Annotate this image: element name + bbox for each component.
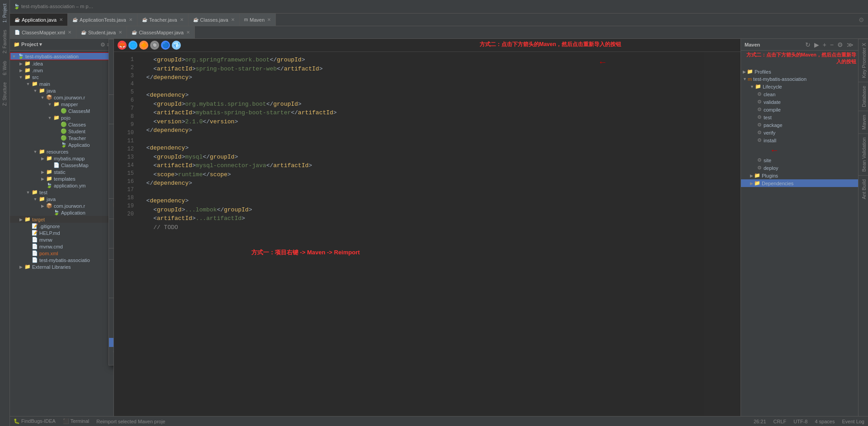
- maven-dependencies[interactable]: ▶ 📁 Dependencies: [741, 179, 858, 187]
- maven-minus-btn[interactable]: −: [829, 41, 835, 48]
- menu-debug-tests[interactable]: 🐛 Debug 'All Tests': [109, 170, 114, 179]
- tree-item-pojo[interactable]: ▼ 📁 pojo: [10, 114, 113, 121]
- tree-item-pomxml[interactable]: 📄 pom.xml: [10, 250, 113, 257]
- tree-item-test-package[interactable]: ▶ 📦 com.jourwon.r: [10, 202, 113, 209]
- maven-link-btn[interactable]: ⚙: [836, 41, 844, 48]
- menu-show-explorer[interactable]: 📂 Show in Explorer: [109, 200, 114, 209]
- tree-item-templates[interactable]: ▶ 📁 templates: [10, 175, 113, 182]
- menu-show-thumbnails[interactable]: Show Image Thumbnails Ctrl+Shift+T: [109, 84, 114, 94]
- menu-analyze[interactable]: Analyze ▶: [109, 48, 114, 57]
- menu-convert-kotlin[interactable]: Convert Java File to Kotlin File Ctrl+Al…: [109, 356, 114, 365]
- side-tab-database[interactable]: Database: [859, 82, 868, 111]
- maven-install[interactable]: ⚙ install: [741, 136, 858, 144]
- tree-item-mvnwcmd[interactable]: 📄 mvnw.cmd: [10, 243, 113, 250]
- terminal-tab[interactable]: ⬛ Terminal: [63, 418, 89, 424]
- tree-item-target[interactable]: ▶ 📁 target: [10, 216, 113, 223]
- menu-run-tests[interactable]: ▶ Run 'All Tests' Ctrl+Shift+F10: [109, 161, 114, 170]
- side-tab-maven[interactable]: Maven: [859, 111, 868, 133]
- chrome-icon[interactable]: 🌐: [128, 41, 137, 50]
- tree-item-resources[interactable]: ▼ 📁 resources: [10, 148, 113, 155]
- tab-settings-icon[interactable]: ⚙: [859, 16, 864, 23]
- tree-item-classesmap[interactable]: 📄 ClassesMap: [10, 162, 113, 169]
- browser6-icon[interactable]: 💎: [172, 41, 181, 50]
- tree-item-static[interactable]: ▶ 📁 static: [10, 169, 113, 175]
- menu-hide-ignored[interactable]: ✱ Hide ignored files: [109, 329, 114, 338]
- tree-item-idea[interactable]: ▶ 📁 .idea: [10, 60, 113, 67]
- encoding[interactable]: UTF-8: [793, 419, 807, 424]
- menu-reformat[interactable]: Reformat Code Ctrl+Alt+L: [109, 96, 114, 105]
- tree-item-package[interactable]: ▼ 📦 com.jourwon.r: [10, 94, 113, 101]
- menu-debug-maven[interactable]: 🐛 Debug Maven ▶: [109, 134, 114, 143]
- menu-module-settings[interactable]: Open Module Settings F4: [109, 270, 114, 279]
- web-icon[interactable]: 6: Web: [1, 59, 8, 77]
- favorites-icon[interactable]: 2: Favorites: [1, 28, 8, 55]
- tab-close-btn6[interactable]: ✕: [68, 30, 71, 35]
- findbugs-idea-tab[interactable]: 🐛 FindBugs-IDEA: [14, 418, 56, 424]
- tab-close-btn5[interactable]: ✕: [267, 17, 271, 22]
- tab-close-btn[interactable]: ✕: [59, 17, 63, 22]
- editor-code[interactable]: 12345 678910 1112131415 1617181920 <grou…: [114, 52, 704, 416]
- tree-item-test[interactable]: ▼ 📁 test: [10, 189, 113, 196]
- tree-item-mvnw[interactable]: 📄 mvnw: [10, 236, 113, 243]
- structure-icon[interactable]: Z: Structure: [1, 80, 8, 108]
- browser3-icon[interactable]: 🔶: [139, 41, 148, 50]
- tree-item-student[interactable]: 🟢 Student: [10, 128, 113, 135]
- tree-item-mvn[interactable]: ▶ 📁 .mvn: [10, 67, 113, 74]
- maven-compile[interactable]: ⚙ compile: [741, 106, 858, 113]
- menu-create-tests[interactable]: ▶ Create 'All Tests'...: [109, 188, 114, 197]
- menu-replace-in-path[interactable]: Replace in Path... Ctrl+Shift+R: [109, 39, 114, 48]
- menu-refactor[interactable]: Refactor ▶: [109, 66, 114, 75]
- tree-item-assoc[interactable]: 📄 test-mybatis-associatio: [10, 257, 113, 263]
- tab-close-btn3[interactable]: ✕: [180, 17, 184, 22]
- menu-synchronize[interactable]: ↻ Synchronize 'test-mybat...association': [109, 229, 114, 238]
- menu-mark-dir[interactable]: Mark Directory as ▶: [109, 279, 114, 288]
- tree-item-src[interactable]: ▼ 📁 src: [10, 74, 113, 80]
- maven-profiles[interactable]: ▶ 📁 Profiles: [741, 68, 858, 75]
- menu-rebuild[interactable]: Rebuild ...mybatis-association' Ctrl+Shi…: [109, 152, 114, 161]
- tree-item-mapper[interactable]: ▼ 📁 mapper: [10, 101, 113, 108]
- tab-classes-mapper-xml[interactable]: 📄 ClassesMapper.xml ✕: [10, 26, 76, 39]
- event-log[interactable]: Event Log: [842, 419, 864, 424]
- browser5-icon[interactable]: 🔵: [161, 41, 170, 50]
- tab-classes-mapper-java[interactable]: ☕ ClassesMapper.java ✕: [127, 26, 195, 39]
- menu-local-history[interactable]: Local History ▶: [109, 220, 114, 229]
- menu-create-gist[interactable]: ⚪ Create Gist...: [109, 347, 114, 356]
- tree-item-classes[interactable]: 🟢 Classes: [10, 121, 113, 128]
- menu-run-coverage[interactable]: ▶ Run 'All Tests' with Coverage: [109, 179, 114, 188]
- tree-item-project[interactable]: ▼ 🍃 test-mybatis-association: [10, 52, 113, 60]
- menu-maven[interactable]: m Maven ▶: [109, 338, 114, 347]
- menu-diagrams[interactable]: ◫ Diagrams ▶: [109, 299, 114, 308]
- maven-more-btn[interactable]: ≫: [846, 41, 854, 48]
- maven-reload-btn[interactable]: ↻: [804, 41, 811, 48]
- maven-clean[interactable]: ⚙ clean: [741, 90, 858, 98]
- maven-deploy[interactable]: ⚙ deploy: [741, 164, 858, 172]
- maven-verify[interactable]: ⚙ verify: [741, 129, 858, 136]
- menu-add-favorites[interactable]: ★ Add to Favorites ▶: [109, 75, 114, 84]
- tab-application-java[interactable]: ☕ Application.java ✕: [10, 14, 68, 26]
- menu-remove-bom[interactable]: Remove BOM: [109, 288, 114, 297]
- tab-student[interactable]: ☕ Student.java ✕: [76, 26, 127, 39]
- tree-item-helpmd[interactable]: 📝 HELP.md: [10, 229, 113, 236]
- tab-application-tests[interactable]: ☕ ApplicationTests.java ✕: [68, 14, 137, 26]
- firefox-icon[interactable]: 🦊: [118, 41, 127, 50]
- tree-item-gitignore[interactable]: 📝 .gitignore: [10, 223, 113, 229]
- tree-item-appyml[interactable]: 🍃 application.ym: [10, 182, 113, 189]
- menu-open-terminal[interactable]: ⬛ Open in Terminal: [109, 209, 114, 218]
- maven-test[interactable]: ⚙ test: [741, 113, 858, 121]
- browser4-icon[interactable]: 🔘: [150, 41, 159, 50]
- project-icon[interactable]: 1: Project: [1, 2, 8, 24]
- menu-findbugs[interactable]: FindBugs ▶: [109, 57, 114, 66]
- menu-remove-module[interactable]: Remove Module Delete: [109, 114, 114, 123]
- maven-project-item[interactable]: ▼ m test-mybatis-association: [741, 75, 858, 83]
- side-tab-ant-build[interactable]: Ant Build: [859, 175, 868, 203]
- tree-item-test-java[interactable]: ▼ 📁 java: [10, 196, 113, 202]
- indent[interactable]: 4 spaces: [815, 419, 835, 424]
- menu-compare[interactable]: Compare With...: [109, 261, 114, 270]
- tab-close-btn8[interactable]: ✕: [186, 30, 190, 35]
- tree-item-classesm[interactable]: 🟢 ClassesM: [10, 108, 113, 114]
- menu-code-scan[interactable]: 🔍 编码规约扫描 Ctrl+Alt+Shift+J: [109, 308, 114, 318]
- tab-maven[interactable]: m Maven ✕: [240, 14, 276, 26]
- menu-dir-path[interactable]: Directory Path Ctrl+Alt+F12: [109, 249, 114, 258]
- menu-build-module[interactable]: Build Module 'test-mybatis-association': [109, 143, 114, 152]
- tree-item-main[interactable]: ▼ 📁 main: [10, 80, 113, 87]
